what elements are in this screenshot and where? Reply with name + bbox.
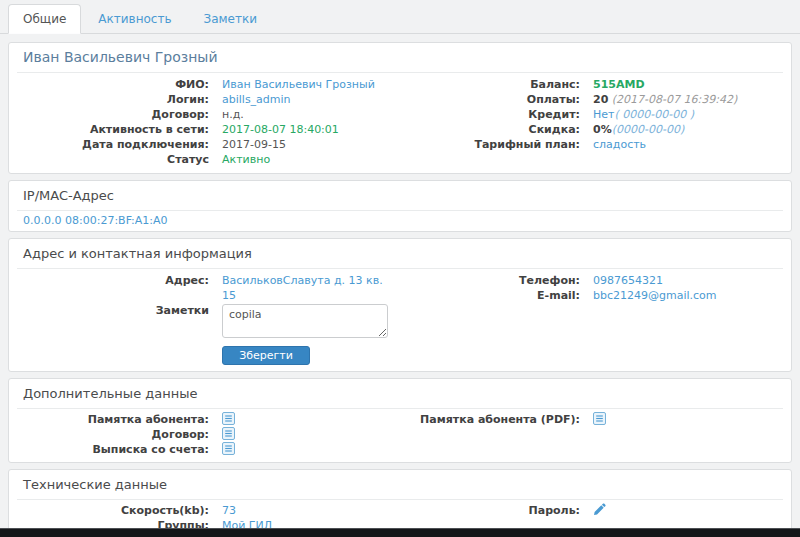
contact-right-column: Телефон: 0987654321 E-mail: bbc21249@gma… bbox=[400, 273, 791, 365]
field-label: Выписка со счета: bbox=[9, 442, 209, 457]
credit-link[interactable]: Нет bbox=[593, 108, 614, 121]
field-row-balance: Баланс: 515AMD bbox=[400, 77, 791, 92]
contact-left-column: Адрес: ВасильковСлавута д. 13 кв. 15 Зам… bbox=[9, 273, 400, 365]
pencil-icon[interactable] bbox=[593, 503, 606, 516]
field-row-contract: Договор: н.д. bbox=[9, 107, 400, 122]
field-row-phone: Телефон: 0987654321 bbox=[400, 273, 791, 288]
payments-date: (2017-08-07 16:39:42) bbox=[608, 93, 737, 106]
field-row-payments: Оплаты: 20 (2017-08-07 16:39:42) bbox=[400, 92, 791, 107]
payments-value: 20 (2017-08-07 16:39:42) bbox=[593, 92, 737, 107]
address-link[interactable]: ВасильковСлавута д. 13 кв. 15 bbox=[222, 273, 400, 303]
ip-mac-panel: IP/MAC-Адрес 0.0.0.0 08:00:27:BF:A1:A0 bbox=[8, 180, 792, 232]
save-button[interactable]: Зберегти bbox=[222, 346, 310, 365]
payments-amount: 20 bbox=[593, 93, 608, 106]
field-label: Заметки bbox=[9, 303, 209, 318]
field-label: Скорость(kb): bbox=[9, 503, 209, 518]
email-link[interactable]: bbc21249@gmail.com bbox=[593, 288, 717, 303]
field-label: Памятка абонента: bbox=[9, 412, 209, 427]
field-label: Пароль: bbox=[400, 503, 580, 518]
speed-link[interactable]: 73 bbox=[222, 503, 236, 518]
field-label: Памятка абонента (PDF): bbox=[400, 412, 580, 427]
field-label: Телефон: bbox=[400, 273, 580, 288]
tab-bar: Общие Активность Заметки bbox=[0, 0, 800, 34]
field-label: E-mail: bbox=[400, 288, 580, 303]
field-row-notes: Заметки copila bbox=[9, 303, 400, 342]
main-content: Иван Васильевич Грозный ФИО: Иван Василь… bbox=[0, 34, 800, 537]
contact-panel: Адрес и контактная информация Адрес: Вас… bbox=[8, 238, 792, 372]
technical-panel: Технические данные Скорость(kb): 73 Груп… bbox=[8, 469, 792, 537]
field-row-speed: Скорость(kb): 73 bbox=[9, 503, 400, 518]
client-name-heading: Иван Васильевич Грозный bbox=[17, 43, 783, 73]
last-activity-value: 2017-08-07 18:40:01 bbox=[222, 122, 339, 137]
field-row-email: E-mail: bbc21249@gmail.com bbox=[400, 288, 791, 303]
field-row-login: Логин: abills_admin bbox=[9, 92, 400, 107]
field-label: Дата подключения: bbox=[9, 137, 209, 152]
field-row-tariff: Тарифный план: сладость bbox=[400, 137, 791, 152]
field-label: Тарифный план: bbox=[400, 137, 580, 152]
field-label: Договор: bbox=[9, 427, 209, 442]
list-alt-icon[interactable] bbox=[222, 412, 235, 425]
tab-activity[interactable]: Активность bbox=[83, 4, 186, 34]
list-alt-icon[interactable] bbox=[222, 427, 235, 440]
contract-value: н.д. bbox=[222, 107, 244, 122]
field-row-fio: ФИО: Иван Васильевич Грозный bbox=[9, 77, 400, 92]
field-row-discount: Скидка: 0%(0000-00-00) bbox=[400, 122, 791, 137]
profile-right-column: Баланс: 515AMD Оплаты: 20 (2017-08-07 16… bbox=[400, 77, 791, 167]
notes-textarea[interactable]: copila bbox=[222, 304, 388, 338]
field-row-last-activity: Активность в сети: 2017-08-07 18:40:01 bbox=[9, 122, 400, 137]
field-row-memo-pdf: Памятка абонента (PDF): bbox=[400, 412, 791, 427]
login-link[interactable]: abills_admin bbox=[222, 92, 291, 107]
field-label: ФИО: bbox=[9, 77, 209, 92]
discount-link[interactable]: 0% bbox=[593, 123, 612, 136]
discount-value: 0%(0000-00-00) bbox=[593, 122, 684, 137]
ip-mac-heading: IP/MAC-Адрес bbox=[17, 181, 783, 211]
additional-left-column: Памятка абонента: Договор: Выписка со сч… bbox=[9, 412, 400, 457]
tariff-link[interactable]: сладость bbox=[593, 137, 646, 152]
field-label: Договор: bbox=[9, 107, 209, 122]
field-label: Статус bbox=[9, 152, 209, 167]
contact-heading: Адрес и контактная информация bbox=[17, 239, 783, 269]
field-label: Адрес: bbox=[9, 273, 209, 288]
phone-link[interactable]: 0987654321 bbox=[593, 273, 663, 288]
field-row-connection-date: Дата подключения: 2017-09-15 bbox=[9, 137, 400, 152]
additional-right-column: Памятка абонента (PDF): bbox=[400, 412, 791, 457]
profile-panel: Иван Васильевич Грозный ФИО: Иван Василь… bbox=[8, 42, 792, 174]
field-row-password: Пароль: bbox=[400, 503, 791, 518]
technical-heading: Технические данные bbox=[17, 470, 783, 500]
notes-value-wrap: copila bbox=[222, 303, 388, 342]
tab-general[interactable]: Общие bbox=[8, 4, 81, 34]
credit-date: ( 0000-00-00 ) bbox=[614, 108, 694, 121]
tab-notes[interactable]: Заметки bbox=[189, 4, 273, 34]
additional-panel: Дополнительные данные Памятка абонента: … bbox=[8, 378, 792, 463]
field-label: Оплаты: bbox=[400, 92, 580, 107]
field-row-status: Статус Активно bbox=[9, 152, 400, 167]
credit-value: Нет( 0000-00-00 ) bbox=[593, 107, 694, 122]
additional-heading: Дополнительные данные bbox=[17, 379, 783, 409]
field-row-memo: Памятка абонента: bbox=[9, 412, 400, 427]
field-row-credit: Кредит: Нет( 0000-00-00 ) bbox=[400, 107, 791, 122]
fio-link[interactable]: Иван Васильевич Грозный bbox=[222, 77, 375, 92]
field-row-contract-doc: Договор: bbox=[9, 427, 400, 442]
field-label: Баланс: bbox=[400, 77, 580, 92]
field-label: Скидка: bbox=[400, 122, 580, 137]
list-alt-icon[interactable] bbox=[222, 442, 235, 455]
discount-date: (0000-00-00) bbox=[612, 123, 685, 136]
bottom-navbar bbox=[0, 528, 800, 537]
field-label: Активность в сети: bbox=[9, 122, 209, 137]
field-label: Логин: bbox=[9, 92, 209, 107]
connection-date-value: 2017-09-15 bbox=[222, 137, 286, 152]
status-value: Активно bbox=[222, 152, 270, 167]
ip-mac-link[interactable]: 0.0.0.0 08:00:27:BF:A1:A0 bbox=[23, 214, 168, 227]
field-label: Кредит: bbox=[400, 107, 580, 122]
field-row-address: Адрес: ВасильковСлавута д. 13 кв. 15 bbox=[9, 273, 400, 303]
profile-left-column: ФИО: Иван Васильевич Грозный Логин: abil… bbox=[9, 77, 400, 167]
balance-value: 515AMD bbox=[593, 77, 645, 92]
list-alt-icon[interactable] bbox=[593, 412, 606, 425]
field-row-statement: Выписка со счета: bbox=[9, 442, 400, 457]
